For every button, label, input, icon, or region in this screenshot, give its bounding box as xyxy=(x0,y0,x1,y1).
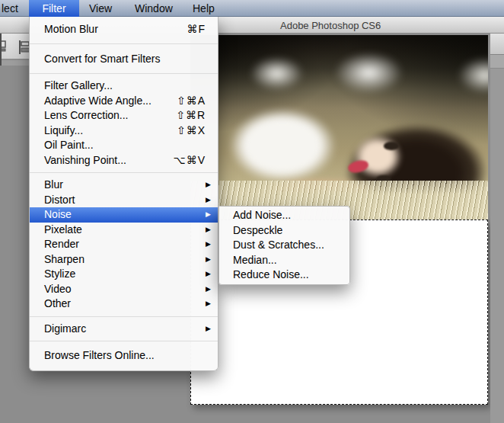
options-bar xyxy=(0,34,30,59)
menu-item-browse-filters-online[interactable]: Browse Filters Online... xyxy=(30,346,218,364)
shortcut-label: ⌥⌘V xyxy=(174,153,206,168)
menubar-item-help[interactable]: Help xyxy=(193,0,215,17)
menu-separator xyxy=(30,43,218,44)
submenu-arrow-icon: ▶ xyxy=(206,223,211,238)
photoshop-screen: Adobe Photoshop CS6 Motion Blur ⌘F Conve… xyxy=(0,0,504,423)
submenu-item-median[interactable]: Median... xyxy=(219,253,349,268)
panel-header-sliver xyxy=(490,55,504,69)
menubar-item-filter[interactable]: Filter xyxy=(29,0,79,17)
submenu-arrow-icon: ▶ xyxy=(206,237,211,252)
menu-separator xyxy=(30,316,218,317)
submenu-item-add-noise[interactable]: Add Noise... xyxy=(219,208,349,223)
menu-item-noise[interactable]: Noise ▶ xyxy=(30,207,218,223)
menu-item-liquify[interactable]: Liquify... ⇧⌘X xyxy=(30,123,218,139)
panel-header-sliver xyxy=(490,34,504,55)
menu-item-adaptive-wide-angle[interactable]: Adaptive Wide Angle... ⇧⌘A xyxy=(30,94,218,109)
menu-item-video[interactable]: Video ▶ xyxy=(30,282,218,297)
submenu-arrow-icon: ▶ xyxy=(206,282,211,297)
window-frame-band xyxy=(0,60,30,66)
shortcut-label: ⌘F xyxy=(187,19,206,39)
menu-item-motion-blur[interactable]: Motion Blur ⌘F xyxy=(30,19,218,39)
panel-dock-sliver xyxy=(490,34,504,423)
menubar-item-view[interactable]: View xyxy=(89,0,112,17)
submenu-item-despeckle[interactable]: Despeckle xyxy=(219,223,349,239)
menubar-item-select-partial[interactable]: lect xyxy=(2,0,18,17)
filter-menu: Motion Blur ⌘F Convert for Smart Filters… xyxy=(29,17,219,371)
menu-item-sharpen[interactable]: Sharpen ▶ xyxy=(30,252,218,268)
menubar-item-window[interactable]: Window xyxy=(135,0,173,17)
submenu-arrow-icon: ▶ xyxy=(206,178,211,193)
window-title: Adobe Photoshop CS6 xyxy=(280,17,381,34)
shortcut-label: ⇧⌘R xyxy=(176,108,206,123)
menu-item-convert-smart-filters[interactable]: Convert for Smart Filters xyxy=(30,49,218,69)
submenu-arrow-icon: ▶ xyxy=(206,322,211,337)
menu-separator xyxy=(30,73,218,74)
submenu-item-dust-scratches[interactable]: Dust & Scratches... xyxy=(219,238,349,253)
menu-item-blur[interactable]: Blur ▶ xyxy=(30,178,218,193)
menu-item-other[interactable]: Other ▶ xyxy=(30,296,218,312)
noise-submenu: Add Noise... Despeckle Dust & Scratches.… xyxy=(219,206,350,285)
menu-item-stylize[interactable]: Stylize ▶ xyxy=(30,267,218,282)
menu-item-filter-gallery[interactable]: Filter Gallery... xyxy=(30,79,218,94)
menu-item-distort[interactable]: Distort ▶ xyxy=(30,193,218,208)
menu-item-oil-paint[interactable]: Oil Paint... xyxy=(30,138,218,153)
menu-item-lens-correction[interactable]: Lens Correction... ⇧⌘R xyxy=(30,108,218,123)
shortcut-label: ⇧⌘A xyxy=(177,94,206,109)
menu-item-vanishing-point[interactable]: Vanishing Point... ⌥⌘V xyxy=(30,153,218,168)
submenu-arrow-icon: ▶ xyxy=(206,252,211,268)
document-photo[interactable] xyxy=(190,35,488,220)
bokeh-highlight xyxy=(446,50,488,101)
shortcut-label: ⇧⌘X xyxy=(177,123,206,139)
bokeh-highlight xyxy=(321,44,416,101)
submenu-arrow-icon: ▶ xyxy=(206,267,211,282)
menu-item-digimarc[interactable]: Digimarc ▶ xyxy=(30,322,218,337)
menu-bar: lect Filter View Window Help xyxy=(0,0,504,17)
menu-separator xyxy=(30,341,218,341)
submenu-arrow-icon: ▶ xyxy=(206,296,211,312)
bokeh-highlight xyxy=(238,50,316,98)
menu-separator xyxy=(30,172,218,173)
submenu-arrow-icon: ▶ xyxy=(206,207,211,223)
girl-eye xyxy=(384,142,399,149)
menu-item-render[interactable]: Render ▶ xyxy=(30,237,218,252)
submenu-arrow-icon: ▶ xyxy=(206,193,211,208)
submenu-item-reduce-noise[interactable]: Reduce Noise... xyxy=(219,268,349,283)
panel-body-sliver xyxy=(490,69,504,423)
menu-item-pixelate[interactable]: Pixelate ▶ xyxy=(30,223,218,238)
